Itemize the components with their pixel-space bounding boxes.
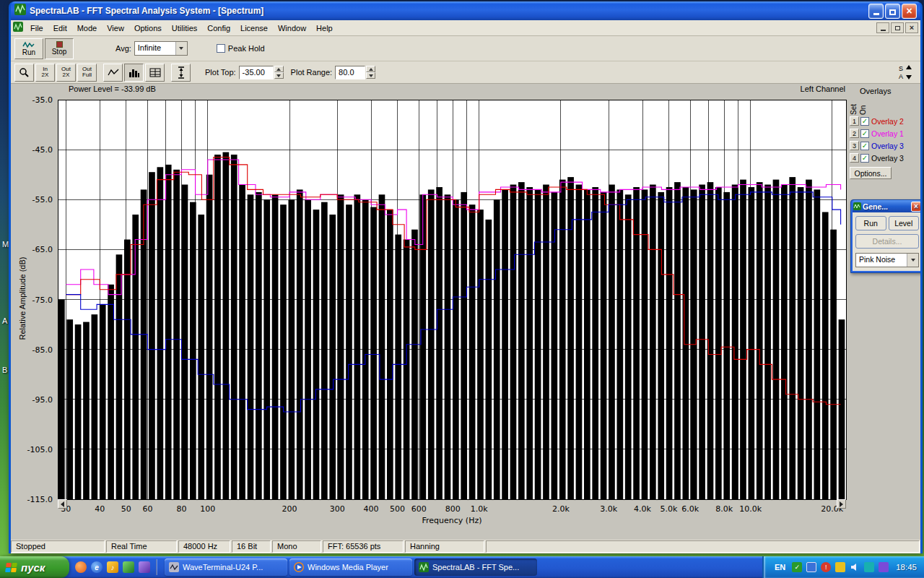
menu-license[interactable]: License xyxy=(235,22,273,35)
plot-top-up-button[interactable] xyxy=(274,66,284,72)
overlay-row: 2 Overlay 1 xyxy=(850,127,920,139)
avg-value: Infinite xyxy=(135,42,175,55)
line-plot-icon xyxy=(108,68,119,77)
menu-file[interactable]: File xyxy=(25,22,48,35)
avg-dropdown[interactable]: Infinite xyxy=(134,41,188,56)
close-button[interactable]: × xyxy=(902,4,917,19)
menu-config[interactable]: Config xyxy=(202,22,235,35)
tray-display-icon[interactable] xyxy=(806,562,816,572)
peak-hold-checkbox[interactable] xyxy=(217,44,225,53)
plot-range-input[interactable]: 80.0 xyxy=(335,66,365,79)
svg-text:600: 600 xyxy=(411,504,427,514)
generator-details-button[interactable]: Details... xyxy=(855,234,919,249)
taskbar-task-waveterminal[interactable]: WaveTerminal-U24 P... xyxy=(165,558,287,576)
svg-text:2.0k: 2.0k xyxy=(552,504,570,514)
scroll-left-button[interactable] xyxy=(58,499,67,509)
language-indicator[interactable]: EN xyxy=(772,562,788,572)
overlay-3-on-checkbox[interactable] xyxy=(860,142,869,150)
svg-text:-45.0: -45.0 xyxy=(32,145,53,155)
status-channels: Mono xyxy=(272,540,321,553)
bar-plot-view-button[interactable] xyxy=(124,64,144,82)
overlay-2-set-button[interactable]: 2 xyxy=(850,129,859,138)
stop-button[interactable]: Stop xyxy=(45,38,74,59)
taskbar-task-media-player[interactable]: Windows Media Player xyxy=(289,558,412,576)
menu-view[interactable]: View xyxy=(102,22,129,35)
mdi-minimize-button[interactable] xyxy=(876,22,889,33)
fit-vertical-button[interactable] xyxy=(171,64,191,82)
overlay-1-set-button[interactable]: 1 xyxy=(850,116,859,126)
svg-text:200: 200 xyxy=(282,504,297,514)
overlay-3-set-button[interactable]: 3 xyxy=(850,141,859,150)
restore-button[interactable] xyxy=(885,4,900,19)
zoom-in-2x-button[interactable]: In 2X xyxy=(35,64,55,82)
spectrum-window-icon[interactable] xyxy=(13,22,23,35)
menu-help[interactable]: Help xyxy=(311,22,338,35)
avg-label: Avg: xyxy=(116,44,131,53)
spectrum-plot[interactable]: -35.0-45.0-55.0-65.0-75.0-85.0-95.0-105.… xyxy=(11,95,866,532)
desktop-icon-label: A xyxy=(2,316,7,325)
svg-text:-75.0: -75.0 xyxy=(32,296,53,305)
minimize-button[interactable] xyxy=(868,4,884,19)
zoom-button[interactable] xyxy=(14,64,34,82)
overlays-on-header: On xyxy=(859,96,868,115)
generator-source-dropdown[interactable]: Pink Noise xyxy=(855,253,919,267)
overlay-4-on-checkbox[interactable] xyxy=(860,154,869,163)
menu-window[interactable]: Window xyxy=(273,22,311,35)
zoom-in-label-2: 2X xyxy=(42,72,49,79)
spectralab-icon xyxy=(419,562,429,572)
plot-top-label: Plot Top: xyxy=(205,68,236,77)
mdi-close-button[interactable]: × xyxy=(905,22,918,33)
overlays-options-button[interactable]: Options... xyxy=(850,167,892,179)
tray-antivirus-icon[interactable]: ✓ xyxy=(792,562,802,572)
firefox-icon[interactable] xyxy=(75,561,87,573)
tray-update-icon[interactable] xyxy=(835,562,845,572)
generator-close-button[interactable]: × xyxy=(911,202,920,212)
plot-top-input[interactable]: -35.00 xyxy=(239,66,274,79)
tray-usb-icon[interactable] xyxy=(879,562,889,572)
generator-level-button[interactable]: Level xyxy=(889,216,920,230)
generator-title-bar[interactable]: Gene... × xyxy=(853,200,920,212)
zoom-out-2x-button[interactable]: Out 2X xyxy=(56,64,76,82)
chevron-down-icon[interactable] xyxy=(175,42,187,55)
menu-mode[interactable]: Mode xyxy=(72,22,103,35)
media-player-icon xyxy=(294,562,304,572)
scroll-right-button[interactable] xyxy=(837,499,846,509)
plot-range-up-button[interactable] xyxy=(366,66,375,72)
zoom-out-full-button[interactable]: Out Full xyxy=(77,64,97,82)
plot-range-label: Plot Range: xyxy=(291,68,332,77)
run-button[interactable]: Run xyxy=(14,38,43,59)
table-icon xyxy=(149,68,161,77)
overlay-row: 4 Overlay 3 xyxy=(850,152,920,164)
plot-top-down-button[interactable] xyxy=(274,72,284,79)
internet-explorer-icon[interactable]: e xyxy=(91,561,103,573)
overlay-2-on-checkbox[interactable] xyxy=(860,129,869,138)
overlay-1-on-checkbox[interactable] xyxy=(860,117,869,126)
generator-run-button[interactable]: Run xyxy=(855,216,886,230)
title-bar[interactable]: SpectraLAB - FFT Spectral Analysis Syste… xyxy=(11,1,920,20)
tray-network-icon[interactable] xyxy=(864,562,874,572)
overlay-4-set-button[interactable]: 4 xyxy=(850,153,859,163)
winamp-icon[interactable]: ♪ xyxy=(107,561,118,573)
line-plot-view-button[interactable] xyxy=(103,64,123,82)
menu-utilities[interactable]: Utilities xyxy=(167,22,202,35)
start-button[interactable]: пуск xyxy=(0,556,69,578)
plot-range-down-button[interactable] xyxy=(366,72,375,79)
svg-text:80: 80 xyxy=(176,504,186,514)
taskbar-task-spectralab[interactable]: SpectraLAB - FFT Spe... xyxy=(414,558,537,576)
svg-text:6.0k: 6.0k xyxy=(681,504,699,514)
menu-options[interactable]: Options xyxy=(129,22,167,35)
chevron-down-icon[interactable] xyxy=(907,254,918,267)
task-label: Windows Media Player xyxy=(308,563,388,571)
tray-alert-icon[interactable]: ! xyxy=(821,562,831,572)
svg-text:-35.0: -35.0 xyxy=(32,95,53,105)
messenger-icon[interactable] xyxy=(139,561,150,573)
svg-text:-105.0: -105.0 xyxy=(27,445,53,454)
table-view-button[interactable] xyxy=(145,64,165,82)
audio-tool-icon[interactable] xyxy=(123,561,134,573)
menu-edit[interactable]: Edit xyxy=(48,22,72,35)
amplitude-scale-icon[interactable]: SA xyxy=(897,64,913,84)
magnifier-icon xyxy=(19,67,30,78)
overlays-panel: Overlays Set On 1 Overlay 2 2 Overlay 1 xyxy=(850,87,920,179)
tray-volume-icon[interactable] xyxy=(850,562,860,572)
mdi-restore-button[interactable] xyxy=(891,22,904,33)
